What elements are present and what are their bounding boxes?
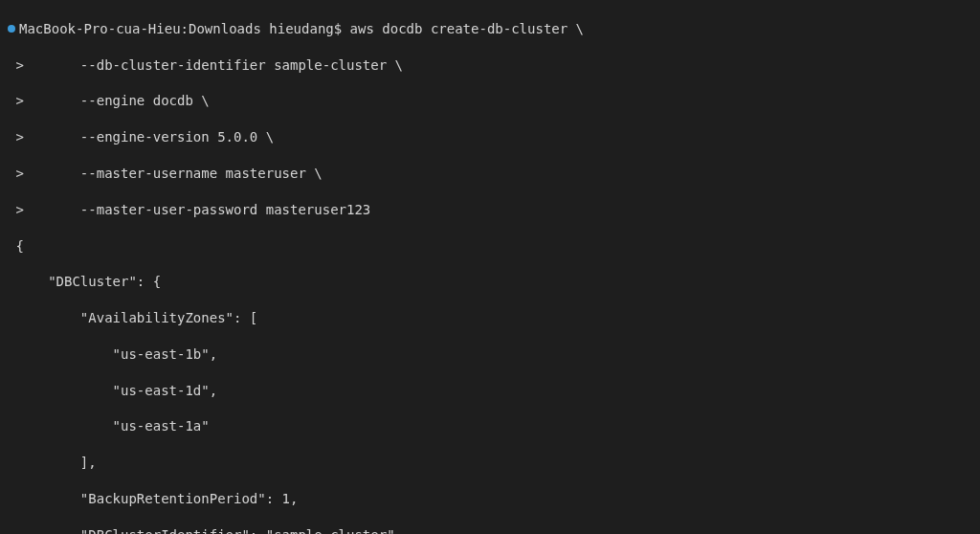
prompt-line: MacBook-Pro-cua-Hieu:Downloads hieudang$… [8, 20, 972, 38]
continuation-line: > --master-username masteruser \ [8, 165, 972, 183]
output-line: "BackupRetentionPeriod": 1, [8, 490, 972, 508]
output-line: "us-east-1b", [8, 345, 972, 364]
terminal-window[interactable]: MacBook-Pro-cua-Hieu:Downloads hieudang$… [0, 0, 980, 534]
status-dot-icon [8, 25, 15, 33]
output-line: "AvailabilityZones": [ [8, 309, 972, 327]
output-line: { [8, 237, 972, 256]
continuation-line: > --engine docdb \ [8, 92, 972, 110]
shell-prompt: MacBook-Pro-cua-Hieu:Downloads hieudang$ [19, 21, 350, 36]
output-line: "DBCluster": { [8, 273, 972, 291]
continuation-line: > --engine-version 5.0.0 \ [8, 128, 972, 146]
output-line: "us-east-1a" [8, 417, 972, 435]
output-line: ], [8, 454, 972, 472]
command-text: aws docdb create-db-cluster \ [350, 21, 584, 36]
continuation-line: > --master-user-password masteruser123 [8, 201, 972, 219]
output-line: "us-east-1d", [8, 382, 972, 400]
continuation-line: > --db-cluster-identifier sample-cluster… [8, 56, 972, 75]
output-line: "DBClusterIdentifier": "sample-cluster", [8, 526, 972, 534]
